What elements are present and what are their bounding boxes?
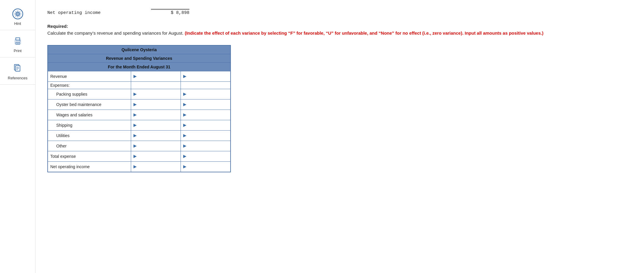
hint-label: Hint: [14, 21, 21, 26]
arrow-indicator: ▶: [133, 92, 136, 96]
empty-cell-1-1: [181, 81, 231, 89]
cell-input-2-0[interactable]: [138, 92, 178, 97]
arrow-indicator: ▶: [183, 164, 186, 169]
arrow-indicator: ▶: [183, 92, 186, 96]
arrow-indicator: ▶: [133, 154, 136, 158]
table-row: Other▶▶: [48, 141, 231, 151]
table-row: Packing supplies▶▶: [48, 89, 231, 99]
cell-input-3-0[interactable]: [138, 102, 178, 107]
row-label-8: Total expense: [48, 151, 131, 161]
cell-input-7-1[interactable]: [187, 144, 228, 148]
table-row: Net operating income▶▶: [48, 161, 231, 172]
arrow-indicator: ▶: [133, 123, 136, 127]
arrow-indicator: ▶: [133, 144, 136, 148]
cell-input-6-0[interactable]: [138, 133, 178, 138]
input-cell-8-0[interactable]: ▶: [131, 151, 181, 161]
print-icon: [12, 36, 23, 47]
row-label-0: Revenue: [48, 71, 131, 81]
cell-input-9-0[interactable]: [138, 164, 178, 169]
input-cell-5-1[interactable]: ▶: [181, 120, 231, 130]
required-text-highlight: (Indicate the effect of each variance by…: [185, 30, 543, 36]
table-header-row-1: Quilcene Oysteria: [48, 45, 231, 54]
print-label: Print: [14, 49, 22, 53]
required-title: Required:: [47, 24, 626, 29]
arrow-indicator: ▶: [183, 133, 186, 138]
arrow-indicator: ▶: [183, 154, 186, 158]
table-row: Revenue▶▶: [48, 71, 231, 81]
cell-input-2-1[interactable]: [187, 92, 228, 97]
sidebar-item-print[interactable]: Print: [0, 30, 35, 57]
cell-input-0-1[interactable]: [187, 74, 228, 79]
table-row: Oyster bed maintenance▶▶: [48, 99, 231, 110]
cell-input-8-0[interactable]: [138, 154, 178, 159]
row-label-7: Other: [48, 141, 131, 151]
cell-input-8-1[interactable]: [187, 154, 228, 159]
table-header-period: For the Month Ended August 31: [48, 62, 231, 71]
arrow-indicator: ▶: [133, 164, 136, 169]
input-cell-0-0[interactable]: ▶: [131, 71, 181, 81]
row-label-5: Shipping: [48, 120, 131, 130]
input-cell-0-1[interactable]: ▶: [181, 71, 231, 81]
arrow-indicator: ▶: [183, 113, 186, 117]
cell-input-3-1[interactable]: [187, 102, 228, 107]
table-row: Shipping▶▶: [48, 120, 231, 130]
table-header-company: Quilcene Oysteria: [48, 45, 231, 54]
cell-input-5-0[interactable]: [138, 123, 178, 128]
table-row: Total expense▶▶: [48, 151, 231, 161]
input-cell-8-1[interactable]: ▶: [181, 151, 231, 161]
sidebar-item-hint[interactable]: Hint: [0, 3, 35, 30]
arrow-indicator: ▶: [133, 113, 136, 117]
row-label-2: Packing supplies: [48, 89, 131, 99]
references-icon: [12, 63, 23, 74]
net-income-label: Net operating income: [47, 10, 151, 15]
sidebar: Hint Print References: [0, 0, 36, 273]
references-label: References: [8, 76, 27, 80]
main-content: Net operating income $ 8,898 Required: C…: [36, 0, 644, 273]
arrow-indicator: ▶: [133, 102, 136, 107]
input-cell-6-0[interactable]: ▶: [131, 130, 181, 141]
row-label-1: Expenses:: [48, 81, 131, 89]
required-text: Calculate the company’s revenue and spen…: [47, 30, 626, 37]
input-cell-9-0[interactable]: ▶: [131, 161, 181, 172]
required-text-normal: Calculate the company’s revenue and spen…: [47, 30, 185, 36]
arrow-indicator: ▶: [133, 74, 136, 78]
cell-input-9-1[interactable]: [187, 164, 228, 169]
row-label-3: Oyster bed maintenance: [48, 99, 131, 110]
svg-point-13: [20, 41, 20, 41]
cell-input-4-1[interactable]: [187, 113, 228, 117]
input-cell-2-0[interactable]: ▶: [131, 89, 181, 99]
input-cell-7-0[interactable]: ▶: [131, 141, 181, 151]
arrow-indicator: ▶: [183, 74, 186, 78]
variance-table: Quilcene Oysteria Revenue and Spending V…: [47, 45, 231, 172]
input-cell-3-0[interactable]: ▶: [131, 99, 181, 110]
row-label-6: Utilities: [48, 130, 131, 141]
net-income-value: $ 8,898: [151, 9, 189, 15]
input-cell-5-0[interactable]: ▶: [131, 120, 181, 130]
table-header-row-3: For the Month Ended August 31: [48, 62, 231, 71]
empty-cell-1-0: [131, 81, 181, 89]
input-cell-3-1[interactable]: ▶: [181, 99, 231, 110]
table-row: Expenses:: [48, 81, 231, 89]
table-row: Utilities▶▶: [48, 130, 231, 141]
table-container: Quilcene Oysteria Revenue and Spending V…: [47, 45, 231, 172]
input-cell-4-1[interactable]: ▶: [181, 110, 231, 120]
input-cell-4-0[interactable]: ▶: [131, 110, 181, 120]
input-cell-9-1[interactable]: ▶: [181, 161, 231, 172]
arrow-indicator: ▶: [183, 123, 186, 127]
svg-rect-9: [16, 38, 20, 40]
cell-input-0-0[interactable]: [138, 74, 178, 79]
input-cell-7-1[interactable]: ▶: [181, 141, 231, 151]
cell-input-6-1[interactable]: [187, 133, 228, 138]
input-cell-2-1[interactable]: ▶: [181, 89, 231, 99]
cell-input-7-0[interactable]: [138, 144, 178, 148]
arrow-indicator: ▶: [133, 133, 136, 138]
cell-input-5-1[interactable]: [187, 123, 228, 128]
arrow-indicator: ▶: [183, 102, 186, 107]
table-row: Wages and salaries▶▶: [48, 110, 231, 120]
table-header-row-2: Revenue and Spending Variances: [48, 54, 231, 62]
cell-input-4-0[interactable]: [138, 113, 178, 117]
input-cell-6-1[interactable]: ▶: [181, 130, 231, 141]
required-section: Required: Calculate the company’s revenu…: [47, 24, 626, 37]
sidebar-item-references[interactable]: References: [0, 57, 35, 85]
arrow-indicator: ▶: [183, 144, 186, 148]
